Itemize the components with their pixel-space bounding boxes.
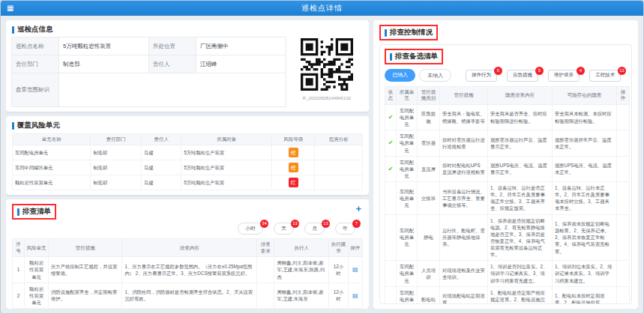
column-header: 执行人: [274, 239, 329, 257]
right-column: 排查控制情况 排查备选清单 已纳入 未纳入: [373, 20, 638, 309]
column-header: 可能存在的隐患: [553, 87, 617, 105]
row-action-cell: [617, 182, 630, 215]
category-filter-button[interactable]: 维护保养 4: [548, 70, 580, 82]
row-action-cell: [617, 104, 630, 130]
screening-control-card: 排查控制情况 排查备选清单 已纳入 未纳入: [373, 20, 638, 309]
column-header: 排查内容: [122, 239, 257, 257]
view-detail-icon[interactable]: ▤: [352, 292, 358, 299]
row-action-cell: [617, 261, 630, 286]
column-header: 单元名称: [13, 134, 91, 145]
column-header: 执行频率: [329, 239, 349, 257]
field-value: 制造部: [58, 55, 149, 73]
left-column: 巡检点信息 巡检点名称 5万吨颗粒岩性装置 所处位置 厂区南侧中 责任部门: [6, 20, 369, 309]
checklist-title: 排查清单: [12, 204, 56, 220]
window: ▦ 巡检点详情 巡检点信息 巡检点名称 5万吨颗粒岩性装置: [0, 0, 644, 314]
count-badge: 13: [322, 220, 330, 228]
column-header: 管控措施: [440, 87, 488, 105]
category-filter-button[interactable]: 应急措施 5: [507, 70, 538, 82]
risk-unit-row[interactable]: 车间中间罐区单元 制造部 马健 5万吨颗粒生产装置 橙: [13, 160, 363, 175]
risk-level-badge: 红: [289, 178, 298, 187]
candidate-row[interactable]: 车间配电房单元 配电站 对现场配电站定期巡查。 1、配电站是否定期严格按规定巡查…: [385, 286, 630, 304]
field-label: 责任人: [148, 55, 196, 73]
view-detail-icon[interactable]: ▤: [352, 266, 358, 273]
checklist-card: 排查清单 + 小时 34 天 13: [6, 199, 369, 309]
column-header: 风险等级: [272, 134, 315, 145]
category-filter-group: 操作行为 5 应急措施 5 维护保养: [466, 70, 621, 82]
column-header: 责任部门: [91, 134, 142, 145]
column-header: 隐患排查内容: [488, 87, 553, 105]
count-badge: 5: [535, 67, 544, 75]
row-action-cell: [617, 286, 630, 304]
risk-level-badge: 橙: [289, 163, 298, 172]
checklist-table: 序号风险单元管控措施排查内容排查要求执行人执行频率操作 1 颗粒岩性装置单元 压…: [12, 238, 363, 309]
checklist-row[interactable]: 2 颗粒岩性装置单元 消防设施配置齐全，并定期检查维护。 1、消防栓间，消防器材…: [13, 283, 363, 308]
field-value: 厂区南侧中: [196, 37, 286, 55]
risk-units-title: 覆盖风险单元: [12, 121, 60, 130]
candidate-list-title: 排查备选清单: [385, 49, 443, 64]
candidate-row[interactable]: ✔ 车间配电房单元 变压器 按时对变压器运行进行巡视检查 观察变压器运行声音、温…: [385, 130, 630, 156]
frequency-chip[interactable]: 小时 34: [238, 223, 263, 235]
inspection-info-title: 巡检点信息: [12, 25, 53, 34]
category-filter-button[interactable]: 操作行为 5: [466, 70, 497, 82]
title-accent-bar: [390, 53, 392, 61]
field-value: 江绍峰: [196, 55, 286, 73]
table-header-row: 序号风险单元管控措施排查内容排查要求执行人执行频率操作: [13, 239, 363, 257]
inspection-info-form: 巡检点名称 5万吨颗粒岩性装置 所处位置 厂区南侧中 责任部门 制造部 责任人 …: [12, 37, 286, 107]
qr-panel: R_20220628144840132: [291, 37, 363, 107]
page-title: 巡检点详情: [301, 3, 343, 13]
add-checklist-button[interactable]: +: [354, 204, 363, 214]
checklist-row[interactable]: 1 颗粒岩性装置单元 压力严格按制工艺规程，并设置报警值。 1、压力显示在工艺规…: [13, 257, 363, 283]
title-accent-bar: [12, 122, 14, 130]
count-badge: 34: [260, 220, 268, 228]
field-label: 巡检点名称: [11, 37, 59, 55]
candidate-list-panel: 排查备选清单 已纳入 未纳入 操作行为 5: [379, 44, 632, 304]
candidate-row[interactable]: 车间配电房单元 人员培训 对现场巡检及作业安全培训。 1、培训是否到位落实。2、…: [385, 261, 630, 286]
risk-units-table: 单元名称责任部门责任人所属对象风险等级危害分析 车间配电房单元 制造部 马健 5…: [12, 133, 363, 190]
candidate-row[interactable]: 车间配电房单元 交接班 当班设备运行情况、工艺显示齐全、重要事项交接等。 1、设…: [385, 182, 630, 215]
check-icon: ✔: [388, 166, 394, 172]
risk-level-badge: 橙: [289, 148, 298, 157]
column-header: 操作: [348, 239, 362, 257]
column-header: 所属对象: [181, 134, 272, 145]
frequency-filter-group: 小时 34 天 13 月 13: [12, 223, 355, 235]
candidate-toolbar: 已纳入 未纳入 操作行为 5 应急措施: [385, 69, 627, 82]
category-filter-button[interactable]: 工程技术 12: [589, 70, 621, 82]
count-badge: 12: [618, 67, 626, 75]
qr-code: [301, 38, 353, 94]
tab-not-included[interactable]: 未纳入: [419, 69, 451, 82]
frequency-chip[interactable]: 月 13: [304, 223, 325, 235]
screening-control-title: 排查控制情况: [379, 25, 438, 40]
tab-included[interactable]: 已纳入: [385, 69, 415, 82]
column-header: 操作: [617, 87, 630, 105]
risk-units-card: 覆盖风险单元 单元名称责任部门责任人所属对象风险等级危害分析: [6, 116, 369, 195]
field-value: 5万吨颗粒岩性装置: [58, 37, 149, 55]
column-header: 风险单元: [25, 239, 49, 257]
count-badge: 5: [494, 67, 502, 75]
title-accent-bar: [17, 208, 19, 216]
table-header-row: 单元名称责任部门责任人所属对象风险等级危害分析: [13, 134, 363, 145]
app-icon: ▦: [7, 4, 13, 12]
candidate-row[interactable]: ✔ 车间配电房单元 应急措施 安全用具：验电笔、绝缘靴、绝缘手套等 安全用具是否…: [385, 104, 630, 130]
field-label: 盘查范围标识: [11, 73, 59, 107]
column-header: 状态: [385, 87, 397, 105]
column-header: 管控措施: [49, 239, 122, 257]
risk-unit-row[interactable]: 颗粒岩性装置单元 制造部 马健 5万吨颗粒生产装置 红: [13, 175, 363, 190]
field-value: [58, 73, 286, 107]
row-action-cell: [617, 214, 630, 261]
inspection-info-card: 巡检点信息 巡检点名称 5万吨颗粒岩性装置 所处位置 厂区南侧中 责任部门: [6, 20, 369, 112]
field-label: 所处位置: [148, 37, 196, 55]
candidate-row[interactable]: 车间配电房单元 静电 运行区、配电柜、变压器等静电接地保养。 1、保养前是否按规…: [385, 214, 630, 261]
table-header-row: 状态所属单元管控措施类别管控措施隐患排查内容可能存在的隐患操作: [385, 87, 630, 105]
candidate-tabs: 已纳入 未纳入: [385, 69, 451, 82]
content: 巡检点信息 巡检点名称 5万吨颗粒岩性装置 所处位置 厂区南侧中 责任部门: [1, 16, 643, 313]
check-icon: ✔: [388, 139, 394, 146]
risk-unit-row[interactable]: 车间配电房单元 制造部 马健 5万吨颗粒生产装置 橙: [13, 145, 363, 160]
candidate-table: 状态所属单元管控措施类别管控措施隐患排查内容可能存在的隐患操作 ✔ 车间配电房单…: [385, 86, 630, 304]
frequency-chip[interactable]: 天 13: [274, 223, 294, 235]
field-label: 责任部门: [11, 55, 59, 73]
candidate-row[interactable]: ✔ 车间配电房单元 直流屏 按时对配电站UPS直流屏进行巡视检查 观察UPS电压…: [385, 156, 630, 181]
count-badge: 4: [577, 67, 585, 75]
column-header: 危害分析: [315, 134, 363, 145]
title-accent-bar: [12, 26, 14, 34]
frequency-chip[interactable]: 年 7: [335, 223, 355, 235]
